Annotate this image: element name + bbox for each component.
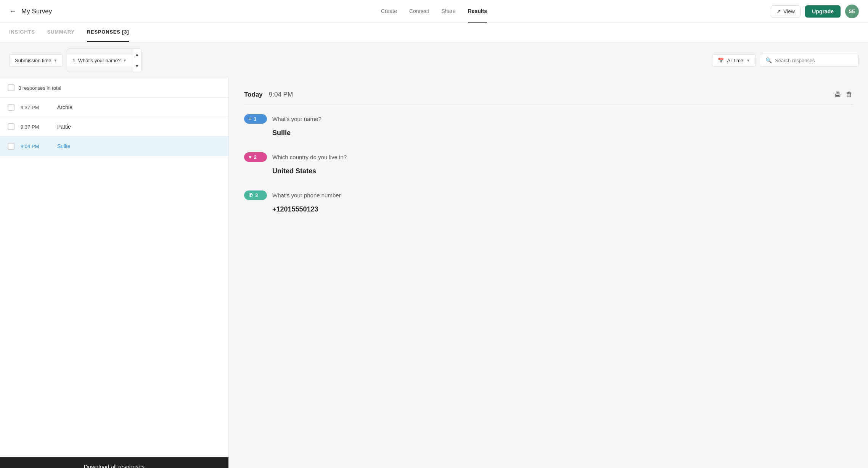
avatar[interactable]: SE	[845, 5, 859, 18]
delete-icon[interactable]: 🗑	[846, 90, 853, 98]
search-box[interactable]: 🔍	[760, 54, 859, 67]
response-time-3: 9:04 PM	[21, 144, 51, 149]
question-text-2: Which country do you live in?	[272, 154, 347, 160]
response-time-2: 9:37 PM	[21, 124, 51, 130]
question-number-1: 1	[254, 116, 257, 122]
print-icon[interactable]: 🖶	[834, 90, 841, 98]
question-badge-1: ≡ 1	[244, 114, 267, 124]
question-header-2: ♥ 2 Which country do you live in?	[244, 152, 853, 162]
main-content: 3 responses in total 9:37 PM Archie 9:37…	[0, 78, 868, 468]
response-time-detail: 9:04 PM	[269, 91, 293, 98]
filters-bar: Submission time ▼ 1. What's your name? ▼…	[0, 42, 868, 78]
search-icon: 🔍	[765, 57, 772, 63]
nav-create[interactable]: Create	[381, 0, 397, 23]
chevron-down-icon-question: ▼	[123, 58, 127, 63]
question-item-3: ✆ 3 What's your phone number +1201555012…	[244, 190, 853, 213]
search-input[interactable]	[775, 58, 853, 63]
response-time-1: 9:37 PM	[21, 105, 51, 110]
question-badge-3: ✆ 3	[244, 190, 267, 200]
question-number-2: 2	[254, 154, 257, 160]
answer-1: Sullie	[272, 129, 853, 137]
response-date-time: Today 9:04 PM	[244, 91, 293, 98]
right-panel: Today 9:04 PM 🖶 🗑 ≡ 1 What's your name? …	[229, 78, 868, 468]
chevron-down-icon: ▼	[53, 58, 57, 63]
nav-connect[interactable]: Connect	[409, 0, 429, 23]
upgrade-button[interactable]: Upgrade	[805, 5, 841, 18]
back-button[interactable]: ←	[9, 7, 17, 16]
answer-3: +12015550123	[272, 205, 853, 213]
question-header-3: ✆ 3 What's your phone number	[244, 190, 853, 200]
submission-time-filter[interactable]: Submission time ▼	[9, 54, 63, 67]
answer-2: United States	[272, 167, 853, 175]
question-badge-2: ♥ 2	[244, 152, 267, 162]
response-list-header: 3 responses in total	[0, 78, 228, 98]
nav-right: ↗ View Upgrade SE	[771, 5, 859, 18]
text-icon: ≡	[249, 116, 252, 122]
heart-icon: ♥	[249, 154, 252, 160]
response-row[interactable]: 9:37 PM Archie	[0, 98, 228, 117]
calendar-icon: 📅	[718, 58, 724, 63]
question-item-1: ≡ 1 What's your name? Sullie	[244, 114, 853, 137]
response-list: 3 responses in total 9:37 PM Archie 9:37…	[0, 78, 228, 457]
external-link-icon: ↗	[776, 8, 781, 15]
nav-links: Create Connect Share Results	[381, 0, 487, 23]
chevron-down-icon-date: ▼	[746, 58, 750, 63]
nav-share[interactable]: Share	[441, 0, 455, 23]
response-date: Today	[244, 91, 263, 98]
sort-up-button[interactable]: ▲	[132, 49, 141, 60]
sort-down-button[interactable]: ▼	[132, 60, 141, 72]
response-name-1: Archie	[57, 104, 72, 110]
phone-icon: ✆	[249, 192, 253, 198]
app-title: My Survey	[21, 8, 52, 15]
question-header-1: ≡ 1 What's your name?	[244, 114, 853, 124]
response-actions: 🖶 🗑	[834, 90, 853, 98]
response-detail-header: Today 9:04 PM 🖶 🗑	[244, 90, 853, 105]
response-row-active[interactable]: 9:04 PM Sullie	[0, 137, 228, 156]
question-number-3: 3	[255, 192, 258, 198]
top-nav: ← My Survey Create Connect Share Results…	[0, 0, 868, 23]
question-item-2: ♥ 2 Which country do you live in? United…	[244, 152, 853, 175]
view-button[interactable]: ↗ View	[771, 5, 800, 18]
left-panel: 3 responses in total 9:37 PM Archie 9:37…	[0, 78, 229, 468]
row-checkbox-2[interactable]	[8, 123, 14, 130]
response-name-3: Sullie	[57, 143, 70, 149]
download-all-button[interactable]: Download all responses	[0, 457, 228, 468]
row-checkbox-3[interactable]	[8, 143, 14, 150]
question-text-3: What's your phone number	[272, 192, 341, 198]
question-filter[interactable]: 1. What's your name? ▼	[67, 55, 132, 66]
question-text-1: What's your name?	[272, 116, 321, 122]
select-all-checkbox[interactable]	[8, 84, 14, 91]
tab-responses[interactable]: RESPONSES [3]	[87, 23, 129, 42]
nav-results[interactable]: Results	[468, 0, 487, 23]
sub-nav: INSIGHTS SUMMARY RESPONSES [3]	[0, 23, 868, 42]
total-responses-label: 3 responses in total	[18, 85, 61, 91]
response-row[interactable]: 9:37 PM Pattie	[0, 117, 228, 137]
date-filter[interactable]: 📅 All time ▼	[712, 54, 756, 67]
tab-insights[interactable]: INSIGHTS	[9, 23, 35, 42]
tab-summary[interactable]: SUMMARY	[47, 23, 75, 42]
row-checkbox-1[interactable]	[8, 104, 14, 111]
question-filter-group: 1. What's your name? ▼ ▲ ▼	[67, 48, 142, 72]
response-name-2: Pattie	[57, 124, 71, 130]
